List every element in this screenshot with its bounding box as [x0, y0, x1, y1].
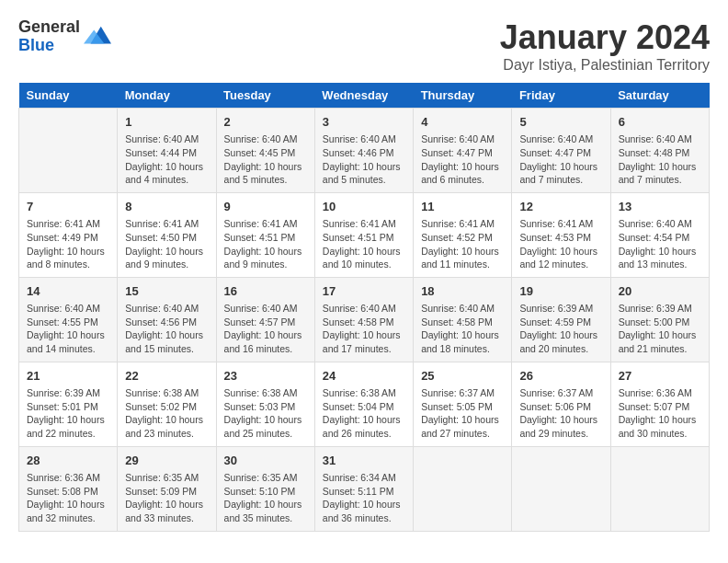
day-number: 6 — [619, 114, 701, 131]
day-info: Sunrise: 6:40 AM Sunset: 4:54 PM Dayligh… — [619, 217, 701, 271]
calendar-cell: 1Sunrise: 6:40 AM Sunset: 4:44 PM Daylig… — [118, 109, 216, 193]
calendar-week-row: 14Sunrise: 6:40 AM Sunset: 4:55 PM Dayli… — [19, 277, 710, 362]
day-number: 31 — [323, 453, 405, 469]
logo-general: General — [18, 18, 80, 37]
calendar-cell: 25Sunrise: 6:37 AM Sunset: 5:05 PM Dayli… — [414, 362, 512, 446]
day-number: 21 — [27, 368, 109, 385]
calendar-cell: 21Sunrise: 6:39 AM Sunset: 5:01 PM Dayli… — [19, 362, 118, 446]
calendar-cell: 6Sunrise: 6:40 AM Sunset: 4:48 PM Daylig… — [610, 109, 709, 193]
day-info: Sunrise: 6:40 AM Sunset: 4:55 PM Dayligh… — [27, 302, 109, 356]
day-info: Sunrise: 6:40 AM Sunset: 4:58 PM Dayligh… — [323, 302, 405, 356]
calendar-cell: 18Sunrise: 6:40 AM Sunset: 4:58 PM Dayli… — [414, 277, 512, 362]
day-number: 16 — [224, 283, 307, 300]
header-cell-tuesday: Tuesday — [216, 83, 314, 109]
subtitle: Dayr Istiya, Palestinian Territory — [500, 57, 710, 74]
day-number: 17 — [323, 283, 405, 300]
logo-text: General Blue — [18, 18, 80, 55]
day-info: Sunrise: 6:39 AM Sunset: 5:01 PM Dayligh… — [27, 386, 109, 441]
calendar-week-row: 28Sunrise: 6:36 AM Sunset: 5:08 PM Dayli… — [19, 446, 710, 531]
day-info: Sunrise: 6:41 AM Sunset: 4:49 PM Dayligh… — [27, 217, 109, 271]
day-number: 10 — [323, 199, 405, 215]
day-number: 7 — [27, 199, 109, 215]
header-row: SundayMondayTuesdayWednesdayThursdayFrid… — [19, 83, 710, 109]
calendar-cell: 10Sunrise: 6:41 AM Sunset: 4:51 PM Dayli… — [314, 192, 413, 277]
logo-blue: Blue — [18, 37, 80, 55]
calendar-cell: 30Sunrise: 6:35 AM Sunset: 5:10 PM Dayli… — [216, 446, 314, 531]
calendar-cell: 17Sunrise: 6:40 AM Sunset: 4:58 PM Dayli… — [314, 277, 413, 362]
calendar-cell — [512, 446, 610, 531]
day-number: 11 — [421, 199, 504, 215]
calendar-cell: 26Sunrise: 6:37 AM Sunset: 5:06 PM Dayli… — [512, 362, 610, 446]
calendar-cell: 12Sunrise: 6:41 AM Sunset: 4:53 PM Dayli… — [512, 192, 610, 277]
day-info: Sunrise: 6:41 AM Sunset: 4:51 PM Dayligh… — [224, 217, 307, 271]
calendar-cell — [19, 109, 118, 193]
calendar-cell: 2Sunrise: 6:40 AM Sunset: 4:45 PM Daylig… — [216, 109, 314, 193]
calendar-cell: 24Sunrise: 6:38 AM Sunset: 5:04 PM Dayli… — [314, 362, 413, 446]
day-info: Sunrise: 6:40 AM Sunset: 4:58 PM Dayligh… — [421, 302, 504, 356]
day-number: 20 — [619, 283, 701, 300]
calendar-cell — [414, 446, 512, 531]
calendar-cell: 29Sunrise: 6:35 AM Sunset: 5:09 PM Dayli… — [118, 446, 216, 531]
day-number: 4 — [421, 114, 504, 131]
calendar-week-row: 1Sunrise: 6:40 AM Sunset: 4:44 PM Daylig… — [19, 109, 710, 193]
calendar-week-row: 7Sunrise: 6:41 AM Sunset: 4:49 PM Daylig… — [19, 192, 710, 277]
calendar-week-row: 21Sunrise: 6:39 AM Sunset: 5:01 PM Dayli… — [19, 362, 710, 446]
day-number: 12 — [519, 199, 602, 215]
day-number: 8 — [125, 199, 208, 215]
day-number: 14 — [27, 283, 109, 300]
day-info: Sunrise: 6:40 AM Sunset: 4:45 PM Dayligh… — [224, 132, 307, 187]
day-number: 15 — [125, 283, 208, 300]
main-title: January 2024 — [500, 18, 710, 57]
day-info: Sunrise: 6:40 AM Sunset: 4:48 PM Dayligh… — [619, 132, 701, 187]
day-info: Sunrise: 6:36 AM Sunset: 5:07 PM Dayligh… — [619, 386, 701, 441]
calendar-cell: 7Sunrise: 6:41 AM Sunset: 4:49 PM Daylig… — [19, 192, 118, 277]
calendar-cell: 20Sunrise: 6:39 AM Sunset: 5:00 PM Dayli… — [610, 277, 709, 362]
calendar-cell: 13Sunrise: 6:40 AM Sunset: 4:54 PM Dayli… — [610, 192, 709, 277]
day-info: Sunrise: 6:37 AM Sunset: 5:05 PM Dayligh… — [421, 386, 504, 441]
day-info: Sunrise: 6:40 AM Sunset: 4:47 PM Dayligh… — [519, 132, 602, 187]
calendar-cell: 28Sunrise: 6:36 AM Sunset: 5:08 PM Dayli… — [19, 446, 118, 531]
header-cell-wednesday: Wednesday — [314, 83, 413, 109]
calendar-cell: 4Sunrise: 6:40 AM Sunset: 4:47 PM Daylig… — [414, 109, 512, 193]
page-header: General Blue January 2024 Dayr Istiya, P… — [18, 18, 710, 74]
calendar-cell — [610, 446, 709, 531]
calendar-cell: 8Sunrise: 6:41 AM Sunset: 4:50 PM Daylig… — [118, 192, 216, 277]
day-number: 19 — [519, 283, 602, 300]
day-number: 2 — [224, 114, 307, 131]
day-number: 28 — [27, 453, 109, 469]
day-info: Sunrise: 6:41 AM Sunset: 4:52 PM Dayligh… — [421, 217, 504, 271]
calendar-cell: 14Sunrise: 6:40 AM Sunset: 4:55 PM Dayli… — [19, 277, 118, 362]
calendar-cell: 9Sunrise: 6:41 AM Sunset: 4:51 PM Daylig… — [216, 192, 314, 277]
day-number: 1 — [125, 114, 208, 131]
day-info: Sunrise: 6:40 AM Sunset: 4:44 PM Dayligh… — [125, 132, 208, 187]
day-number: 30 — [224, 453, 307, 469]
day-number: 13 — [619, 199, 701, 215]
day-number: 27 — [619, 368, 701, 385]
calendar-cell: 31Sunrise: 6:34 AM Sunset: 5:11 PM Dayli… — [314, 446, 413, 531]
day-info: Sunrise: 6:39 AM Sunset: 4:59 PM Dayligh… — [519, 302, 602, 356]
day-info: Sunrise: 6:38 AM Sunset: 5:03 PM Dayligh… — [224, 386, 307, 441]
day-number: 23 — [224, 368, 307, 385]
calendar-table: SundayMondayTuesdayWednesdayThursdayFrid… — [18, 83, 710, 532]
day-info: Sunrise: 6:38 AM Sunset: 5:04 PM Dayligh… — [323, 386, 405, 441]
header-cell-thursday: Thursday — [414, 83, 512, 109]
day-number: 5 — [519, 114, 602, 131]
day-number: 25 — [421, 368, 504, 385]
day-number: 26 — [519, 368, 602, 385]
calendar-cell: 23Sunrise: 6:38 AM Sunset: 5:03 PM Dayli… — [216, 362, 314, 446]
day-info: Sunrise: 6:35 AM Sunset: 5:10 PM Dayligh… — [224, 471, 307, 525]
day-info: Sunrise: 6:39 AM Sunset: 5:00 PM Dayligh… — [619, 302, 701, 356]
day-number: 18 — [421, 283, 504, 300]
calendar-cell: 11Sunrise: 6:41 AM Sunset: 4:52 PM Dayli… — [414, 192, 512, 277]
calendar-cell: 15Sunrise: 6:40 AM Sunset: 4:56 PM Dayli… — [118, 277, 216, 362]
day-info: Sunrise: 6:41 AM Sunset: 4:50 PM Dayligh… — [125, 217, 208, 271]
header-cell-saturday: Saturday — [610, 83, 709, 109]
day-number: 24 — [323, 368, 405, 385]
day-info: Sunrise: 6:40 AM Sunset: 4:47 PM Dayligh… — [421, 132, 504, 187]
day-number: 3 — [323, 114, 405, 131]
header-cell-monday: Monday — [118, 83, 216, 109]
calendar-cell: 19Sunrise: 6:39 AM Sunset: 4:59 PM Dayli… — [512, 277, 610, 362]
calendar-cell: 5Sunrise: 6:40 AM Sunset: 4:47 PM Daylig… — [512, 109, 610, 193]
logo-icon — [84, 23, 111, 51]
calendar-body: 1Sunrise: 6:40 AM Sunset: 4:44 PM Daylig… — [19, 109, 710, 532]
